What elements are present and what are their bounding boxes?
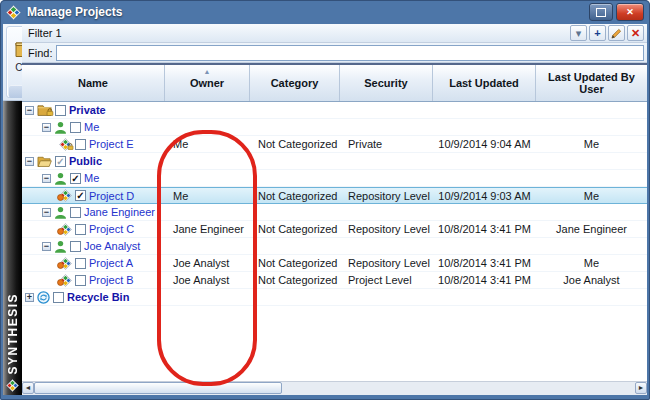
table-row-project-e[interactable]: Project EMeNot CategorizedPrivate10/9/20… — [22, 136, 647, 153]
user-icon — [54, 121, 67, 134]
row-checkbox-unchecked[interactable] — [75, 224, 86, 235]
manage-projects-window: Manage Projects ✕ CloseEdit Project Prop… — [0, 0, 650, 400]
expand-toggle[interactable]: + — [25, 293, 34, 302]
table-row-me[interactable]: −✓Me — [22, 170, 647, 187]
row-checkbox-checked[interactable]: ✓ — [75, 190, 86, 201]
row-checkbox-mixed[interactable]: ✓ — [55, 156, 66, 167]
row-name: Joe Analyst — [84, 240, 140, 252]
cell-last-updated-by: Jane Engineer — [536, 223, 647, 235]
table-row-project-a[interactable]: Project AJoe AnalystNot CategorizedRepos… — [22, 255, 647, 272]
pencil-icon — [611, 28, 622, 39]
app-logo-icon — [6, 5, 21, 20]
locked-folder-icon — [37, 103, 52, 117]
cell-last-updated-by: Joe Analyst — [536, 274, 647, 286]
collapse-toggle[interactable]: − — [42, 242, 51, 251]
row-name: Me — [84, 172, 99, 184]
table-row-jane-engineer[interactable]: −Jane Engineer — [22, 204, 647, 221]
cell-last-updated: 10/9/2014 9:04 AM — [433, 138, 536, 150]
column-header-last-updated-by-user[interactable]: Last Updated By User — [536, 65, 647, 101]
table-row-project-c[interactable]: Project CJane EngineerNot CategorizedRep… — [22, 221, 647, 238]
column-header-owner[interactable]: ▲Owner — [165, 65, 250, 101]
row-name: Jane Engineer — [84, 206, 155, 218]
edit-filter-button[interactable] — [608, 25, 625, 41]
add-filter-button[interactable]: + — [589, 25, 606, 41]
row-checkbox-unchecked[interactable] — [75, 139, 86, 150]
user-icon — [54, 240, 67, 253]
row-checkbox-unchecked[interactable] — [75, 275, 86, 286]
scrollbar-thumb[interactable] — [34, 382, 282, 394]
project-icon — [59, 257, 72, 270]
cell-security: Project Level — [340, 274, 433, 286]
filter-dropdown-button[interactable]: ▾ — [570, 25, 587, 41]
table-row-recycle-bin[interactable]: +Recycle Bin — [22, 289, 647, 306]
grid-header: Name ▲Owner Category Security Last Updat… — [22, 65, 647, 102]
cell-owner: Me — [165, 138, 250, 150]
maximize-button[interactable] — [589, 3, 613, 21]
project-locked-icon — [59, 138, 72, 151]
cell-last-updated: 10/8/2014 3:41 PM — [433, 257, 536, 269]
row-checkbox-unchecked[interactable] — [55, 105, 66, 116]
grid-rows: −Private−MeProject EMeNot CategorizedPri… — [22, 102, 647, 306]
find-label: Find: — [28, 47, 52, 59]
brand-logo-icon — [6, 379, 19, 392]
sort-asc-icon: ▲ — [204, 66, 211, 78]
open-folder-icon — [37, 154, 52, 168]
brand-sidebar: SYNTHESIS — [3, 101, 22, 395]
row-name: Recycle Bin — [67, 291, 129, 303]
collapse-toggle[interactable]: − — [25, 157, 34, 166]
cell-last-updated-by: Me — [536, 257, 647, 269]
row-name: Project D — [89, 190, 134, 202]
collapse-toggle[interactable]: − — [25, 106, 34, 115]
scroll-right-button[interactable]: ► — [635, 382, 647, 394]
cell-owner: Me — [165, 190, 250, 202]
row-checkbox-unchecked[interactable] — [70, 122, 81, 133]
user-icon — [54, 206, 67, 219]
cell-owner: Joe Analyst — [165, 274, 250, 286]
collapse-toggle[interactable]: − — [42, 174, 51, 183]
cell-owner: Jane Engineer — [165, 223, 250, 235]
title-bar[interactable]: Manage Projects ✕ — [0, 0, 650, 24]
column-header-category[interactable]: Category — [250, 65, 340, 101]
cell-last-updated: 10/9/2014 9:03 AM — [433, 190, 536, 202]
project-icon — [59, 189, 72, 202]
row-name: Project A — [89, 257, 133, 269]
project-icon — [59, 223, 72, 236]
scroll-left-button[interactable]: ◄ — [22, 382, 34, 394]
row-checkbox-unchecked[interactable] — [70, 207, 81, 218]
delete-filter-button[interactable]: ✕ — [627, 25, 644, 41]
close-button[interactable]: ✕ — [616, 3, 644, 21]
cell-category: Not Categorized — [250, 257, 340, 269]
row-name: Me — [84, 121, 99, 133]
row-name: Public — [69, 155, 102, 167]
cell-last-updated-by: Me — [536, 138, 647, 150]
find-bar: Find: — [22, 43, 647, 63]
row-checkbox-unchecked[interactable] — [70, 241, 81, 252]
cell-category: Not Categorized — [250, 138, 340, 150]
cell-security: Repository Level — [340, 257, 433, 269]
cell-security: Repository Level — [340, 223, 433, 235]
cell-security: Repository Level — [340, 190, 433, 202]
table-row-joe-analyst[interactable]: −Joe Analyst — [22, 238, 647, 255]
find-input[interactable] — [56, 45, 644, 61]
cell-owner: Joe Analyst — [165, 257, 250, 269]
table-row-private[interactable]: −Private — [22, 102, 647, 119]
collapse-toggle[interactable]: − — [42, 123, 51, 132]
column-header-security[interactable]: Security — [340, 65, 433, 101]
table-row-me[interactable]: −Me — [22, 119, 647, 136]
cell-security: Private — [340, 138, 433, 150]
filter-bar: Filter 1 ▾ + ✕ — [22, 24, 647, 43]
horizontal-scrollbar[interactable]: ◄ ► — [22, 381, 647, 395]
table-row-project-d[interactable]: ✓Project DMeNot CategorizedRepository Le… — [22, 187, 647, 204]
row-checkbox-checked[interactable]: ✓ — [70, 173, 81, 184]
table-row-public[interactable]: −✓Public — [22, 153, 647, 170]
recycle-bin-icon — [37, 291, 50, 304]
window-body: CloseEdit Project PropertiesDelete Proje… — [3, 24, 647, 395]
column-header-last-updated[interactable]: Last Updated — [433, 65, 536, 101]
window-title: Manage Projects — [27, 5, 586, 19]
row-checkbox-unchecked[interactable] — [53, 292, 64, 303]
cell-last-updated-by: Me — [536, 190, 647, 202]
row-checkbox-unchecked[interactable] — [75, 258, 86, 269]
collapse-toggle[interactable]: − — [42, 208, 51, 217]
column-header-name[interactable]: Name — [22, 65, 165, 101]
table-row-project-b[interactable]: Project BJoe AnalystNot CategorizedProje… — [22, 272, 647, 289]
